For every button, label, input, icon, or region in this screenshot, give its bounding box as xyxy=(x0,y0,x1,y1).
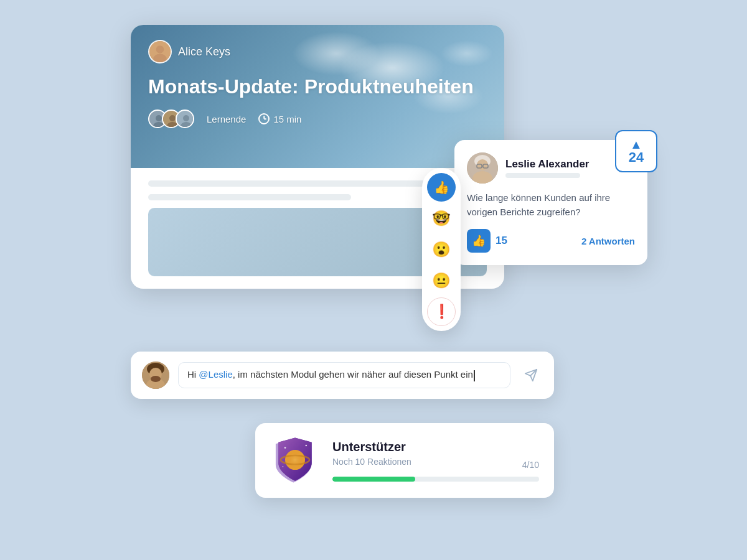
content-bar-2 xyxy=(148,194,351,200)
comment-author-row: Leslie Alexander xyxy=(467,152,635,184)
reaction-thumbsup[interactable]: 👍 xyxy=(427,173,456,202)
upvote-count: 24 xyxy=(629,151,644,164)
comment-author-bar xyxy=(505,173,580,178)
comment-author-avatar xyxy=(467,152,498,184)
svg-point-7 xyxy=(169,115,176,121)
svg-point-4 xyxy=(156,115,162,121)
replies-link[interactable]: 2 Antworten xyxy=(581,236,635,246)
badge-shield-icon xyxy=(270,436,320,485)
course-title: Monats-Update: Produktneuheiten xyxy=(148,75,487,98)
reply-mention: @Leslie xyxy=(199,369,232,380)
cursor xyxy=(474,370,475,381)
learners-label: Lernende xyxy=(207,114,246,124)
like-count: 15 xyxy=(496,235,507,247)
svg-point-28 xyxy=(285,450,305,470)
comment-actions: 👍 15 2 Antworten xyxy=(467,229,635,253)
reaction-exclamation[interactable]: ❗ xyxy=(427,297,456,326)
author-avatar-image xyxy=(149,41,171,62)
svg-point-10 xyxy=(183,115,189,121)
reaction-surprised[interactable]: 😮 xyxy=(427,235,456,264)
send-button[interactable] xyxy=(519,363,543,387)
course-meta: Lernende 15 min xyxy=(148,110,487,128)
clock-icon xyxy=(258,113,270,124)
comment-card: ▲ 24 Leslie Alexander xyxy=(454,140,647,265)
reaction-neutral[interactable]: 😐 xyxy=(427,266,456,295)
learner-avatar-3 xyxy=(176,110,194,128)
upvote-button[interactable]: ▲ 24 xyxy=(615,130,657,172)
badge-progress-bar xyxy=(332,477,539,482)
svg-point-31 xyxy=(283,466,284,467)
reply-input-text: Hi @Leslie, im nächsten Modul gehen wir … xyxy=(187,369,501,381)
author-row: Alice Keys xyxy=(148,40,487,63)
reaction-nerd[interactable]: 🤓 xyxy=(427,204,456,233)
badge-progress-count: 4/10 xyxy=(522,460,539,470)
like-section: 👍 15 xyxy=(467,229,507,253)
author-name: Alice Keys xyxy=(178,45,230,58)
badge-info: Unterstützer Noch 10 Reaktionen 4/10 xyxy=(332,440,539,482)
badge-card: Unterstützer Noch 10 Reaktionen 4/10 xyxy=(255,423,554,498)
svg-point-14 xyxy=(477,159,488,170)
reply-user-avatar xyxy=(142,362,169,389)
svg-point-2 xyxy=(153,54,166,63)
reaction-panel: 👍 🤓 😮 😐 ❗ xyxy=(422,168,461,331)
badge-icon-wrapper xyxy=(270,436,320,485)
course-header: Alice Keys Monats-Update: Produktneuheit… xyxy=(131,25,504,168)
svg-point-23 xyxy=(151,376,161,382)
svg-point-30 xyxy=(305,445,307,447)
reply-suffix: , im nächsten Modul gehen wir näher auf … xyxy=(233,369,473,380)
svg-point-1 xyxy=(156,45,164,54)
comment-text: Wie lange können Kunden auf ihre vorigen… xyxy=(467,191,635,219)
avatar xyxy=(148,40,172,63)
learner-avatars xyxy=(148,110,194,128)
badge-title: Unterstützer xyxy=(332,440,539,454)
badge-subtitle: Noch 10 Reaktionen xyxy=(332,457,411,467)
upvote-arrow-icon: ▲ xyxy=(630,138,642,151)
duration-label: 15 min xyxy=(273,114,301,124)
time-meta: 15 min xyxy=(258,113,301,124)
reply-input-container[interactable]: Hi @Leslie, im nächsten Modul gehen wir … xyxy=(178,362,510,388)
badge-progress-row: Noch 10 Reaktionen 4/10 xyxy=(332,457,539,473)
reply-card: Hi @Leslie, im nächsten Modul gehen wir … xyxy=(131,352,554,399)
badge-progress-fill xyxy=(332,477,415,482)
like-button[interactable]: 👍 xyxy=(467,229,491,253)
svg-point-29 xyxy=(284,447,286,449)
